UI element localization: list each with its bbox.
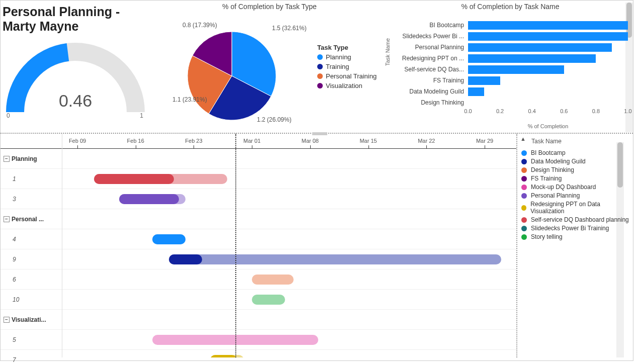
bar-row[interactable]: FS Training bbox=[393, 75, 628, 86]
legend-label: Data Modeling Guild bbox=[531, 158, 586, 165]
group-name: Visualizati... bbox=[12, 310, 46, 330]
gantt-bar[interactable] bbox=[152, 234, 186, 244]
gantt-row-label[interactable]: 5 bbox=[1, 330, 62, 350]
collapse-icon[interactable]: − bbox=[4, 317, 10, 323]
pie-legend-item[interactable]: Training bbox=[317, 63, 377, 70]
gantt-row[interactable] bbox=[62, 169, 516, 189]
dashboard: Personal Planning - Marty Mayne 0.46 0 1… bbox=[0, 0, 633, 361]
bar-row[interactable]: Redesigning PPT on ... bbox=[393, 53, 628, 64]
gantt-bar[interactable] bbox=[169, 254, 501, 264]
gantt-group-header[interactable]: −Personal ... bbox=[1, 209, 62, 229]
bar-label: Slidedecks Power Bi ... bbox=[393, 33, 468, 40]
timeline-tick: Mar 08 bbox=[302, 138, 319, 144]
gantt-bar[interactable] bbox=[252, 275, 294, 285]
legend-dot-icon bbox=[521, 159, 527, 164]
gantt-bar[interactable] bbox=[119, 194, 186, 204]
bar-title: % of Completion by Task Name bbox=[388, 1, 633, 11]
legend-label: Self-service DQ Dashboard planning bbox=[531, 216, 629, 223]
gantt-row[interactable] bbox=[62, 269, 516, 290]
timeline-tick: Mar 01 bbox=[243, 138, 260, 144]
bar-tick: 0.6 bbox=[560, 108, 568, 114]
gantt-bar[interactable] bbox=[252, 295, 285, 305]
bar-row[interactable]: Slidedecks Power Bi ... bbox=[393, 31, 628, 42]
bar-chart[interactable]: BI BootcampSlidedecks Power Bi ...Person… bbox=[393, 20, 628, 108]
timeline-tick: Feb 23 bbox=[185, 138, 202, 144]
gantt-date-axis: Feb 09Feb 16Feb 23Mar 01Mar 08Mar 15Mar … bbox=[62, 134, 516, 149]
legend-dot-icon bbox=[521, 176, 527, 181]
bar-block: % of Completion by Task Name Task Name B… bbox=[388, 1, 633, 133]
legend-dot-icon bbox=[521, 217, 527, 223]
pie-title: % of Completion by Task Type bbox=[151, 1, 388, 11]
gantt-group-header[interactable]: −Planning bbox=[1, 149, 62, 169]
gantt-timeline[interactable]: Feb 09Feb 16Feb 23Mar 01Mar 08Mar 15Mar … bbox=[62, 134, 516, 357]
gantt-legend-item[interactable]: Data Modeling Guild bbox=[521, 158, 629, 165]
gantt-row[interactable] bbox=[62, 249, 516, 269]
gantt-legend-item[interactable]: Personal Planning bbox=[521, 192, 629, 199]
pie-legend-item[interactable]: Planning bbox=[317, 53, 377, 61]
gantt-legend-item[interactable]: Mock-up DQ Dashboard bbox=[521, 184, 629, 191]
timeline-tick: Feb 09 bbox=[69, 138, 86, 144]
bar-tick: 0.0 bbox=[464, 108, 472, 114]
timeline-tick: Feb 16 bbox=[127, 138, 144, 144]
gantt-legend-item[interactable]: Design Thinking bbox=[521, 166, 629, 173]
gauge-value: 0.46 bbox=[3, 91, 148, 111]
bar-row[interactable]: BI Bootcamp bbox=[393, 20, 628, 31]
gantt-legend-title: Task Name bbox=[521, 137, 629, 148]
gantt-legend-item[interactable]: Redesigning PPT on Data Visualization bbox=[521, 201, 629, 215]
gantt-row-label[interactable]: 6 bbox=[1, 269, 62, 290]
gantt-legend-item[interactable]: Slidedecks Power Bi Training bbox=[521, 225, 629, 232]
collapse-icon[interactable]: − bbox=[4, 156, 10, 162]
pie-legend-item[interactable]: Personal Training bbox=[317, 72, 377, 80]
gantt-group-header[interactable]: −Visualizati... bbox=[1, 310, 62, 330]
collapse-icon[interactable]: − bbox=[4, 216, 10, 222]
legend-dot-icon bbox=[521, 234, 527, 240]
gauge-max: 1 bbox=[140, 112, 143, 119]
top-row: Personal Planning - Marty Mayne 0.46 0 1… bbox=[1, 1, 633, 134]
legend-dot-icon bbox=[521, 185, 527, 190]
gantt-row-label[interactable]: 4 bbox=[1, 229, 62, 249]
gantt-row-label[interactable]: 1 bbox=[1, 169, 62, 189]
gantt-legend-item[interactable]: Self-service DQ Dashboard planning bbox=[521, 216, 629, 223]
bar-row[interactable]: Self-service DQ Das... bbox=[393, 64, 628, 75]
gantt-row-label[interactable]: 9 bbox=[1, 249, 62, 269]
gantt-block: −Planning13−Personal ...49610−Visualizat… bbox=[1, 134, 633, 357]
legend-dot-icon bbox=[317, 73, 323, 79]
bar-row[interactable]: Personal Planning bbox=[393, 42, 628, 53]
gauge-chart[interactable]: 0.46 0 1 bbox=[3, 37, 148, 122]
gantt-row-label[interactable]: 3 bbox=[1, 189, 62, 209]
legend-dot-icon bbox=[317, 64, 323, 69]
legend-label: Personal Training bbox=[326, 72, 377, 80]
gantt-bar[interactable] bbox=[210, 355, 243, 357]
bar-label: Data Modeling Guild bbox=[393, 88, 468, 95]
legend-label: Design Thinking bbox=[531, 166, 574, 173]
legend-label: Training bbox=[326, 63, 349, 70]
pie-legend-item[interactable]: Visualization bbox=[317, 82, 377, 89]
legend-dot-icon bbox=[521, 167, 527, 173]
bar-tick: 1.0 bbox=[624, 108, 631, 114]
legend-dot-icon bbox=[317, 54, 323, 60]
gantt-legend-item[interactable]: FS Training bbox=[521, 175, 629, 182]
bar-label: Self-service DQ Das... bbox=[393, 66, 468, 73]
bar-label: Redesigning PPT on ... bbox=[393, 55, 468, 62]
legend-label: Visualization bbox=[326, 82, 362, 89]
dashboard-title: Personal Planning - Marty Mayne bbox=[3, 5, 149, 34]
legend-label: Slidedecks Power Bi Training bbox=[531, 225, 609, 232]
gantt-legend-item[interactable]: Story telling bbox=[521, 233, 629, 240]
timeline-tick: Mar 22 bbox=[418, 138, 435, 144]
gantt-legend-item[interactable]: BI Bootcamp bbox=[521, 149, 629, 156]
today-line bbox=[235, 134, 236, 357]
legend-label: Story telling bbox=[531, 233, 563, 240]
sort-ascending-icon[interactable]: ▲ bbox=[520, 136, 526, 142]
gantt-row-label[interactable]: 7 bbox=[1, 350, 62, 364]
gantt-row[interactable] bbox=[62, 229, 516, 249]
gantt-row[interactable] bbox=[62, 350, 516, 357]
gantt-row[interactable] bbox=[62, 330, 516, 350]
gantt-row[interactable] bbox=[62, 189, 516, 209]
bar-row[interactable]: Design Thinking bbox=[393, 97, 628, 108]
gantt-bar[interactable] bbox=[94, 174, 227, 184]
bar-tick: 0.8 bbox=[592, 108, 600, 114]
bar-row[interactable]: Data Modeling Guild bbox=[393, 86, 628, 97]
gantt-row-label[interactable]: 10 bbox=[1, 290, 62, 310]
gantt-row[interactable] bbox=[62, 290, 516, 310]
gantt-legend: ▲ Task Name BI BootcampData Modeling Gui… bbox=[516, 134, 633, 357]
